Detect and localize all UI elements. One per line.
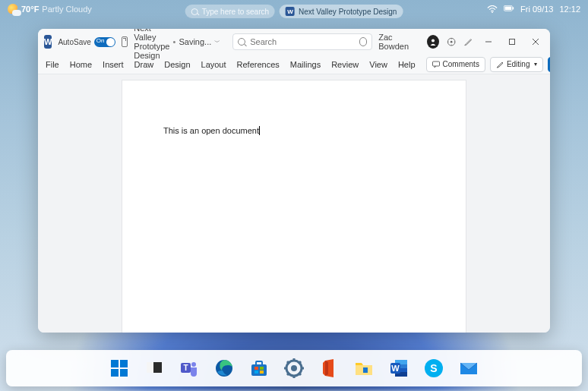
tab-design[interactable]: Design bbox=[164, 58, 190, 71]
svg-text:S: S bbox=[430, 362, 437, 374]
desktop-search[interactable]: Type here to search bbox=[185, 5, 275, 18]
svg-rect-12 bbox=[111, 360, 119, 367]
chevron-down-icon: ▾ bbox=[534, 61, 537, 68]
tab-insert[interactable]: Insert bbox=[103, 58, 124, 71]
ribbon-tabs: File Home Insert Draw Design Layout Refe… bbox=[38, 55, 550, 74]
ribbon-search[interactable] bbox=[232, 33, 372, 50]
taskbar: T W S bbox=[6, 350, 582, 386]
tab-draw[interactable]: Draw bbox=[134, 58, 154, 71]
svg-text:T: T bbox=[183, 364, 188, 372]
task-view-button[interactable] bbox=[144, 358, 165, 379]
svg-rect-22 bbox=[251, 364, 267, 376]
maximize-button[interactable] bbox=[504, 33, 520, 51]
system-time[interactable]: 12:12 bbox=[559, 5, 580, 14]
word-titlebar: W AutoSave On Next Valley Prototype Desi… bbox=[38, 29, 550, 55]
word-app-icon: W bbox=[44, 35, 52, 49]
weather-condition[interactable]: Partly Cloudy bbox=[42, 5, 91, 14]
svg-line-35 bbox=[299, 373, 301, 375]
pen-mode-icon[interactable] bbox=[463, 36, 473, 47]
svg-point-20 bbox=[191, 362, 196, 367]
word-mini-icon: W bbox=[286, 7, 295, 16]
settings-app-icon[interactable] bbox=[283, 358, 305, 379]
svg-point-6 bbox=[450, 41, 453, 43]
svg-rect-24 bbox=[254, 367, 258, 370]
tab-home[interactable]: Home bbox=[70, 58, 92, 71]
close-button[interactable] bbox=[528, 33, 544, 51]
svg-rect-2 bbox=[505, 7, 512, 11]
svg-rect-15 bbox=[120, 369, 128, 377]
autosave-state: On bbox=[96, 37, 105, 44]
svg-rect-3 bbox=[513, 7, 514, 9]
user-avatar[interactable] bbox=[427, 35, 439, 49]
tab-layout[interactable]: Layout bbox=[201, 58, 226, 71]
user-name[interactable]: Zac Bowden bbox=[378, 33, 419, 51]
search-icon bbox=[191, 8, 198, 15]
start-button[interactable] bbox=[109, 358, 130, 379]
minimize-button[interactable] bbox=[481, 33, 497, 51]
svg-rect-23 bbox=[256, 361, 262, 365]
tab-file[interactable]: File bbox=[46, 58, 59, 71]
svg-point-0 bbox=[492, 11, 493, 13]
save-icon[interactable] bbox=[122, 36, 128, 47]
word-app-icon[interactable]: W bbox=[388, 358, 409, 379]
document-status: Saving... bbox=[179, 37, 211, 46]
word-window: W AutoSave On Next Valley Prototype Desi… bbox=[38, 29, 550, 333]
svg-rect-17 bbox=[147, 362, 153, 373]
svg-rect-8 bbox=[510, 39, 515, 45]
document-canvas[interactable]: This is an open document bbox=[38, 74, 550, 333]
mail-app-icon[interactable] bbox=[458, 358, 479, 379]
desktop-search-placeholder: Type here to search bbox=[202, 8, 269, 16]
svg-rect-27 bbox=[260, 371, 264, 374]
svg-rect-11 bbox=[432, 61, 439, 66]
microphone-icon[interactable] bbox=[359, 37, 367, 46]
battery-icon[interactable] bbox=[504, 5, 514, 13]
comments-label: Comments bbox=[443, 60, 479, 68]
weather-temperature[interactable]: 70°F bbox=[21, 5, 39, 14]
active-app-name: Next Valley Prototype Design bbox=[299, 8, 397, 16]
comments-button[interactable]: Comments bbox=[426, 57, 485, 72]
system-date[interactable]: Fri 09/13 bbox=[520, 5, 553, 14]
tab-mailings[interactable]: Mailings bbox=[290, 58, 321, 71]
store-app-icon[interactable] bbox=[248, 358, 270, 379]
title-separator: • bbox=[173, 37, 176, 46]
svg-point-4 bbox=[432, 39, 435, 43]
editing-button[interactable]: Editing ▾ bbox=[490, 57, 544, 72]
teams-app-icon[interactable]: T bbox=[179, 358, 200, 379]
search-icon bbox=[238, 38, 245, 46]
tab-references[interactable]: References bbox=[237, 58, 280, 71]
active-app-pill[interactable]: W Next Valley Prototype Design bbox=[280, 5, 403, 18]
svg-rect-13 bbox=[120, 360, 128, 367]
tab-view[interactable]: View bbox=[369, 58, 387, 71]
top-right-status: Fri 09/13 12:12 bbox=[487, 5, 580, 14]
svg-line-34 bbox=[287, 361, 289, 364]
svg-rect-25 bbox=[260, 367, 264, 370]
text-cursor bbox=[259, 126, 260, 135]
tab-review[interactable]: Review bbox=[331, 58, 359, 71]
svg-rect-39 bbox=[363, 367, 368, 373]
autosave-toggle[interactable]: On bbox=[94, 37, 115, 47]
svg-rect-14 bbox=[111, 369, 119, 377]
autosave-control[interactable]: AutoSave On bbox=[58, 37, 115, 47]
share-button[interactable]: Share ▾ bbox=[548, 57, 550, 72]
top-center-group: Type here to search W Next Valley Protot… bbox=[185, 5, 403, 18]
svg-line-36 bbox=[299, 361, 301, 364]
wifi-icon[interactable] bbox=[487, 5, 498, 13]
svg-rect-26 bbox=[254, 371, 258, 374]
weather-icon bbox=[8, 4, 18, 14]
document-text[interactable]: This is an open document bbox=[163, 126, 259, 135]
editing-label: Editing bbox=[507, 60, 530, 68]
ribbon-right-controls: Comments Editing ▾ Share ▾ bbox=[426, 57, 550, 72]
document-page[interactable]: This is an open document bbox=[122, 80, 466, 333]
chevron-down-icon: ﹀ bbox=[214, 38, 220, 46]
skype-app-icon[interactable]: S bbox=[423, 358, 444, 379]
ribbon-search-input[interactable] bbox=[250, 37, 355, 46]
autosave-label: AutoSave bbox=[58, 38, 90, 46]
tab-help[interactable]: Help bbox=[398, 58, 416, 71]
svg-text:W: W bbox=[391, 364, 400, 373]
edge-app-icon[interactable] bbox=[213, 358, 235, 379]
titlebar-right: Zac Bowden bbox=[378, 33, 544, 51]
explorer-app-icon[interactable] bbox=[353, 358, 375, 379]
coming-soon-icon[interactable] bbox=[447, 36, 456, 47]
office-app-icon[interactable] bbox=[318, 358, 340, 379]
desktop-top-bar: 70°F Partly Cloudy Type here to search W… bbox=[0, 0, 588, 18]
